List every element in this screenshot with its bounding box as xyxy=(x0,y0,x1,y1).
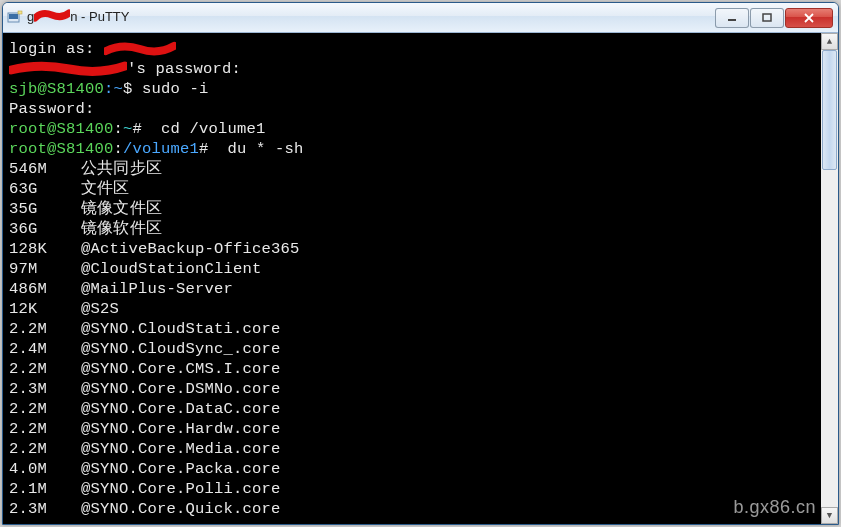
du-row: 2.2M@SYNO.Core.DataC.core xyxy=(9,399,815,419)
prompt-path: :~ xyxy=(104,80,123,98)
du-row: 2.2M@SYNO.CloudStati.core xyxy=(9,319,815,339)
du-row: 2.3M@SYNO.Core.Quick.core xyxy=(9,499,815,519)
scroll-up-arrow[interactable]: ▲ xyxy=(821,33,838,50)
du-row: 2.2M@SYNO.Core.CMS.I.core xyxy=(9,359,815,379)
minimize-button[interactable] xyxy=(715,8,749,28)
svg-rect-1 xyxy=(9,14,18,19)
du-name: @SYNO.Core.Quick.core xyxy=(81,499,281,519)
titlebar[interactable]: gn - PuTTY xyxy=(3,3,838,33)
svg-rect-3 xyxy=(728,19,736,21)
du-name: @SYNO.Core.Hardw.core xyxy=(81,419,281,439)
du-row: 97M@CloudStationClient xyxy=(9,259,815,279)
du-size: 2.4M xyxy=(9,339,81,359)
du-size: 2.2M xyxy=(9,319,81,339)
prompt-symbol-root-2: # xyxy=(199,140,218,158)
du-name: 公共同步区 xyxy=(81,159,162,179)
command-sudo: sudo -i xyxy=(142,80,209,98)
du-row: 2.3M@SYNO.Core.DSMNo.core xyxy=(9,379,815,399)
du-name: @SYNO.Core.CMS.I.core xyxy=(81,359,281,379)
scroll-down-arrow[interactable]: ▼ xyxy=(821,507,838,524)
prompt-root-2: root@S81400 xyxy=(9,140,114,158)
login-redaction xyxy=(104,41,176,57)
du-row: 2.4M@SYNO.CloudSync_.core xyxy=(9,339,815,359)
terminal-area: login as: 's password: sjb@S81400:~$ sud… xyxy=(3,33,838,524)
du-row: 2.2M@SYNO.Core.Media.core xyxy=(9,439,815,459)
du-row: 2.2M@SYNO.Core.Hardw.core xyxy=(9,419,815,439)
du-name: @SYNO.Core.Media.core xyxy=(81,439,281,459)
password-prompt: Password: xyxy=(9,100,95,118)
du-size: 4.0M xyxy=(9,459,81,479)
du-size: 546M xyxy=(9,159,81,179)
du-row: 2.1M@SYNO.Core.Polli.core xyxy=(9,479,815,499)
du-size: 2.2M xyxy=(9,359,81,379)
terminal-output[interactable]: login as: 's password: sjb@S81400:~$ sud… xyxy=(3,33,821,524)
prompt-user: sjb@S81400 xyxy=(9,80,104,98)
du-name: @SYNO.CloudStati.core xyxy=(81,319,281,339)
du-name: 镜像软件区 xyxy=(81,219,162,239)
du-size: 36G xyxy=(9,219,81,239)
window-controls xyxy=(714,8,833,28)
du-size: 2.3M xyxy=(9,499,81,519)
prompt-path-home: ~ xyxy=(123,120,133,138)
svg-rect-2 xyxy=(18,11,22,14)
svg-rect-4 xyxy=(763,14,771,21)
title-redaction xyxy=(34,9,70,26)
maximize-button[interactable] xyxy=(750,8,784,28)
du-size: 97M xyxy=(9,259,81,279)
du-name: 文件区 xyxy=(81,179,130,199)
host-redaction xyxy=(9,61,127,77)
du-row: 486M@MailPlus-Server xyxy=(9,279,815,299)
scroll-thumb[interactable] xyxy=(822,50,837,170)
du-name: @SYNO.Core.DSMNo.core xyxy=(81,379,281,399)
close-button[interactable] xyxy=(785,8,833,28)
scroll-track[interactable] xyxy=(821,50,838,507)
du-size: 12K xyxy=(9,299,81,319)
prompt-symbol-root: # xyxy=(133,120,152,138)
du-row: 128K@ActiveBackup-Office365 xyxy=(9,239,815,259)
du-size: 128K xyxy=(9,239,81,259)
du-name: @MailPlus-Server xyxy=(81,279,233,299)
du-size: 63G xyxy=(9,179,81,199)
prompt-path-vol: /volume1 xyxy=(123,140,199,158)
du-name: @SYNO.Core.Polli.core xyxy=(81,479,281,499)
du-name: @SYNO.CloudSync_.core xyxy=(81,339,281,359)
du-name: @ActiveBackup-Office365 xyxy=(81,239,300,259)
prompt-colon-2: : xyxy=(114,140,124,158)
du-name: @CloudStationClient xyxy=(81,259,262,279)
scrollbar[interactable]: ▲ ▼ xyxy=(821,33,838,524)
du-row: 4.0M@SYNO.Core.Packa.core xyxy=(9,459,815,479)
du-row: 12K@S2S xyxy=(9,299,815,319)
putty-window: CN gn - PuTTY login as: 's password: s xyxy=(2,2,839,525)
du-name: @SYNO.Core.DataC.core xyxy=(81,399,281,419)
du-size: 486M xyxy=(9,279,81,299)
du-name: 镜像文件区 xyxy=(81,199,162,219)
prompt-root: root@S81400 xyxy=(9,120,114,138)
du-size: 2.3M xyxy=(9,379,81,399)
du-size: 2.2M xyxy=(9,419,81,439)
du-row: 63G文件区 xyxy=(9,179,815,199)
du-row: 35G镜像文件区 xyxy=(9,199,815,219)
du-name: @SYNO.Core.Packa.core xyxy=(81,459,281,479)
command-du: du * -sh xyxy=(218,140,304,158)
du-size: 2.2M xyxy=(9,399,81,419)
title-prefix: g xyxy=(27,9,34,24)
du-row: 36G镜像软件区 xyxy=(9,219,815,239)
window-title: gn - PuTTY xyxy=(27,9,714,26)
du-size: 2.2M xyxy=(9,439,81,459)
du-output: 546M公共同步区63G文件区35G镜像文件区36G镜像软件区128K@Acti… xyxy=(9,159,815,519)
password-suffix: 's password: xyxy=(127,60,241,78)
du-row: 546M公共同步区 xyxy=(9,159,815,179)
putty-icon xyxy=(7,10,23,26)
login-prompt: login as: xyxy=(9,40,104,58)
du-size: 35G xyxy=(9,199,81,219)
title-suffix: n - PuTTY xyxy=(70,9,129,24)
du-name: @S2S xyxy=(81,299,119,319)
du-size: 2.1M xyxy=(9,479,81,499)
prompt-colon: : xyxy=(114,120,124,138)
prompt-symbol: $ xyxy=(123,80,142,98)
command-cd: cd /volume1 xyxy=(152,120,266,138)
